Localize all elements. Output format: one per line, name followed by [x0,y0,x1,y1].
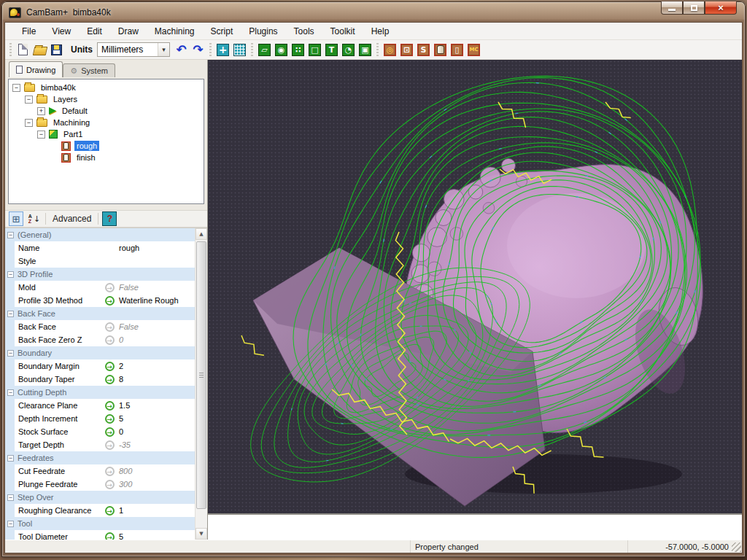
combo-dropdown-icon[interactable]: ▾ [158,43,169,56]
collapse-icon[interactable]: − [7,494,14,501]
property-row[interactable]: Roughing Clearance→1 [5,504,195,517]
tree-item-layers[interactable]: −Layers [9,93,204,105]
property-value[interactable]: rough [117,244,195,252]
set-value-icon[interactable]: → [105,375,115,384]
toolbar-grip[interactable] [209,43,212,56]
alphabetical-sort-button[interactable]: AZ ↓ [27,211,42,226]
restore-button[interactable] [683,1,705,15]
propgrid-section[interactable]: −3D Profile [5,268,195,281]
collapse-icon[interactable]: − [7,350,14,357]
property-value[interactable]: 1 [117,506,195,515]
redo-icon[interactable]: ↷ [190,42,206,58]
toolbar-grip[interactable] [376,43,379,56]
property-row[interactable]: Namerough [5,241,195,254]
property-row[interactable]: Plunge Feedrate→300 [5,478,195,491]
rectangle-icon[interactable]: □ [306,42,323,58]
set-value-icon[interactable]: → [105,322,115,332]
tree-item-finish[interactable]: finish [9,152,204,163]
surface-icon[interactable]: ▣ [357,42,374,58]
scroll-down-icon[interactable]: ▼ [196,528,207,540]
minimize-button[interactable] [661,1,683,15]
property-value[interactable]: 1.5 [117,401,195,410]
set-value-icon[interactable]: → [105,401,115,411]
open-file-icon[interactable] [31,42,48,58]
property-row[interactable]: Tool Diameter→5 [5,530,195,540]
engrave-op-icon[interactable]: S [415,42,432,58]
menu-help[interactable]: Help [363,23,398,39]
menu-plugins[interactable]: Plugins [241,23,285,39]
collapse-icon[interactable]: − [7,311,14,317]
collapse-icon[interactable]: − [7,455,14,462]
menu-toolkit[interactable]: Toolkit [322,23,363,39]
property-value[interactable]: 8 [117,375,195,384]
advanced-button[interactable]: Advanced [50,211,94,226]
property-row[interactable]: Boundary Taper→8 [5,373,195,386]
property-row[interactable]: Profile 3D Method→Waterline Rough [5,294,195,307]
new-file-icon[interactable] [15,42,31,58]
collapse-icon[interactable]: − [7,232,14,238]
property-value[interactable]: False [117,322,195,331]
propgrid-section[interactable]: −(General) [5,228,195,241]
set-value-icon[interactable]: → [105,362,115,371]
undo-icon[interactable]: ↶ [173,42,190,58]
menu-draw[interactable]: Draw [110,23,147,39]
property-row[interactable]: Style [5,254,195,268]
profile-op-icon[interactable]: ◎ [382,42,398,58]
circle-icon[interactable]: ◉ [273,42,290,58]
tree-item-bimba40k[interactable]: −bimba40k [9,82,204,93]
property-row[interactable]: Depth Increment→5 [5,412,195,425]
tab-system[interactable]: ⚙ System [63,63,115,77]
menu-script[interactable]: Script [203,23,241,39]
property-value[interactable]: 300 [117,480,195,489]
propgrid-scrollbar[interactable]: ▲ ▼ [195,228,207,540]
tree-expander-icon[interactable]: − [25,119,33,127]
property-row[interactable]: Back Face Zero Z→0 [5,333,195,346]
collapse-icon[interactable]: − [7,271,14,278]
tree-expander-icon[interactable]: − [25,96,33,104]
propgrid-section[interactable]: −Back Face [5,307,195,320]
menu-tools[interactable]: Tools [286,23,322,39]
set-value-icon[interactable]: → [105,532,115,540]
resize-grip[interactable] [732,542,741,552]
set-value-icon[interactable]: → [105,506,115,516]
property-value[interactable]: 2 [117,362,195,370]
property-row[interactable]: Mold→False [5,281,195,294]
menu-view[interactable]: View [44,23,79,39]
tree-item-default[interactable]: +Default [9,105,204,117]
property-value[interactable]: 800 [117,467,195,475]
profile3d-op-icon[interactable]: ▯ [449,42,465,58]
viewport-3d[interactable] [208,60,742,513]
tree-expander-icon[interactable]: + [37,107,45,115]
units-combobox[interactable]: Millimeters ▾ [97,42,170,57]
property-value[interactable]: Waterline Rough [117,296,195,305]
set-value-icon[interactable]: → [105,480,115,489]
tree-expander-icon[interactable]: − [37,131,45,139]
set-value-icon[interactable]: → [105,414,115,424]
pocket-op-icon[interactable]: ⊡ [398,42,415,58]
menu-machining[interactable]: Machining [147,23,203,39]
property-value[interactable]: -35 [117,440,195,449]
propgrid-section[interactable]: −Tool [5,517,195,530]
set-value-icon[interactable]: → [105,296,115,306]
propgrid-section[interactable]: −Step Over [5,491,195,504]
toolbar-grip[interactable] [250,43,254,56]
set-value-icon[interactable]: → [105,335,115,345]
property-row[interactable]: Target Depth→-35 [5,438,195,451]
titlebar[interactable]: CamBam+ bimba40k × [1,1,746,20]
tree-item-rough[interactable]: rough [9,140,204,152]
drill-op-icon[interactable] [432,42,449,58]
property-row[interactable]: Cut Feedrate→800 [5,464,195,478]
polyline-icon[interactable]: ▱ [256,42,273,58]
property-value[interactable]: False [117,283,195,292]
save-file-icon[interactable] [48,42,65,58]
snap-points-icon[interactable]: + [214,42,231,58]
tree-item-machining[interactable]: −Machining [9,117,204,128]
property-value[interactable]: 0 [117,335,195,344]
collapse-icon[interactable]: − [7,389,14,396]
collapse-icon[interactable]: − [7,521,14,527]
tree-expander-icon[interactable]: − [12,84,20,92]
property-value[interactable]: 5 [117,532,195,540]
tab-drawing[interactable]: Drawing [9,61,63,77]
set-value-icon[interactable]: → [105,440,115,450]
property-row[interactable]: Clearance Plane→1.5 [5,399,195,412]
